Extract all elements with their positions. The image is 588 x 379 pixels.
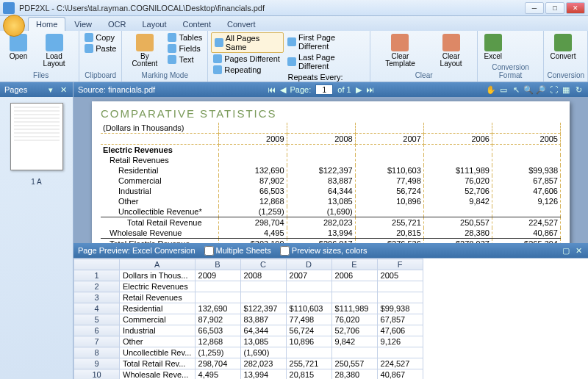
group-conversion-label: Conversion [547,71,584,80]
repeating-icon [213,65,222,74]
maximize-button[interactable]: □ [545,2,564,14]
fields-icon [168,44,176,53]
pagesdiff-icon [213,54,222,63]
lastdiff-icon [287,57,296,66]
all-pages-same-button[interactable]: All Pages Same [211,32,284,53]
pointer-icon[interactable]: ↖ [511,84,521,95]
office-orb-button[interactable] [3,15,25,37]
title-bar: PDF2XL - C:\Users\tal.rayman.COGNILOCAL\… [0,0,588,16]
fit-page-icon[interactable]: ▦ [561,84,571,95]
preview-sizes-check[interactable]: Preview sizes, colors [280,246,368,256]
clear-template-icon [391,34,409,51]
convert-button[interactable]: Convert [547,32,578,62]
first-page-icon[interactable]: ⏮ [268,85,276,94]
excel-preview[interactable]: ABCDEF1Dollars in Thous...20092008200720… [74,258,588,379]
firstdiff-icon [287,37,295,46]
source-title: Source: financials.pdf [78,85,155,94]
by-content-icon [136,34,154,51]
clear-layout-icon [442,34,460,51]
group-cformat-label: Conversion Format [481,63,541,80]
paste-icon [85,44,93,53]
repeating-button[interactable]: Repeating [211,65,284,75]
ribbon: Open Load Layout Files Copy Paste Clipbo… [0,31,588,82]
page-label: Page: [290,85,312,94]
first-page-diff-button[interactable]: First Page Different [285,32,367,51]
pages-different-button[interactable]: Pages Different [211,54,284,64]
minimize-button[interactable]: ─ [525,2,544,14]
load-layout-button[interactable]: Load Layout [32,32,76,69]
zoom-out-icon[interactable]: 🔍 [523,84,534,95]
clear-layout-button[interactable]: Clear Layout [429,32,474,69]
preview-title: Page Preview: Excel Conversion [78,246,196,255]
zoom-in-icon[interactable]: 🔎 [536,84,546,95]
pages-sidebar: Pages ▾✕ 1 A [0,82,74,379]
prev-page-icon[interactable]: ◀ [280,85,286,95]
ribbon-tabs: Home View OCR Layout Content Convert [0,16,588,31]
clear-template-button[interactable]: Clear Template [373,32,426,69]
hand-tool-icon[interactable]: ✋ [486,84,496,95]
excel-icon [484,34,502,51]
allpages-icon [215,38,223,47]
repeats-every-label: Repeats Every: [285,72,367,82]
tab-content[interactable]: Content [175,18,218,31]
rotate-icon[interactable]: ↻ [573,84,584,95]
group-files-label: Files [6,71,76,80]
tab-layout[interactable]: Layout [135,18,173,31]
fields-button[interactable]: Fields [165,43,204,54]
doc-title: COMPARATIVE STATISTICS [101,107,561,120]
next-page-icon[interactable]: ▶ [356,85,362,95]
load-layout-icon [46,34,63,51]
tab-view[interactable]: View [67,18,99,31]
app-icon [3,2,15,14]
last-page-icon[interactable]: ⏭ [366,85,374,94]
close-panel-icon[interactable]: ✕ [58,84,68,95]
group-marking-label: Marking Mode [125,71,204,80]
copy-button[interactable]: Copy [82,32,118,43]
excel-format-button[interactable]: Excel [481,32,506,62]
text-button[interactable]: Text [165,54,204,65]
tables-button[interactable]: Tables [165,32,204,43]
page-thumbnail[interactable] [10,103,63,170]
tables-icon [168,33,176,42]
window-title: PDF2XL - C:\Users\tal.rayman.COGNILOCAL\… [19,4,525,12]
multiple-sheets-check[interactable]: Multiple Sheets [204,246,271,256]
last-page-diff-button[interactable]: Last Page Different [285,52,367,71]
pages-title: Pages [4,85,27,94]
group-clear-label: Clear [373,71,473,80]
filter-icon[interactable]: ▾ [46,84,56,95]
preview-close-icon[interactable]: ✕ [573,245,584,256]
document-view[interactable]: COMPARATIVE STATISTICS (Dollars in Thous… [74,97,588,243]
pdf-page: COMPARATIVE STATISTICS (Dollars in Thous… [92,101,570,243]
close-button[interactable]: ✕ [566,2,585,14]
preview-expand-icon[interactable]: ▢ [561,245,571,256]
tab-convert[interactable]: Convert [220,18,263,31]
fit-width-icon[interactable]: ⛶ [548,84,559,95]
group-clipboard-label: Clipboard [82,71,118,80]
tab-ocr[interactable]: OCR [101,18,133,31]
open-button[interactable]: Open [6,32,31,62]
copy-icon [85,33,93,42]
by-content-button[interactable]: By Content [125,32,164,69]
page-of-label: of 1 [337,85,351,94]
convert-icon [554,34,572,51]
thumbnail-label: 1 A [0,178,73,186]
select-tool-icon[interactable]: ▭ [498,84,509,95]
tab-home[interactable]: Home [28,17,65,31]
paste-button[interactable]: Paste [82,43,118,54]
text-icon [168,55,176,64]
document-table: (Dollars in Thousands)200920082007200620… [101,123,561,243]
page-number-input[interactable] [315,84,333,95]
excel-table: ABCDEF1Dollars in Thous...20092008200720… [74,259,423,379]
